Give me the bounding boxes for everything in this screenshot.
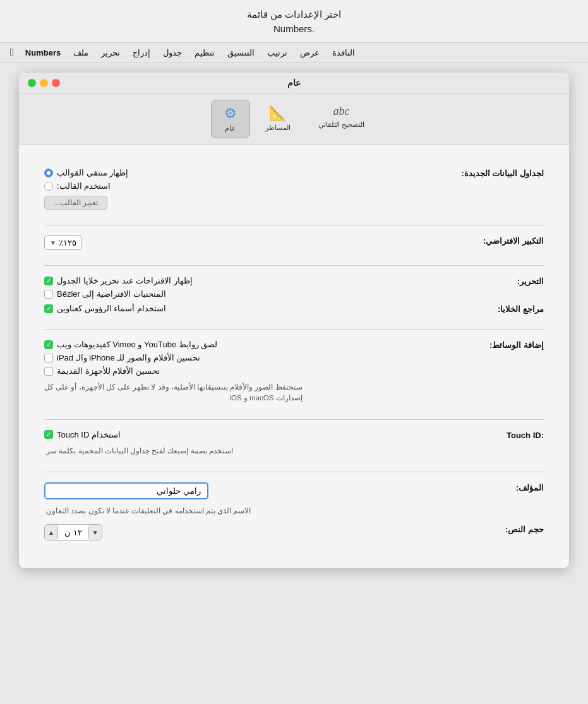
font-size-unit: ن: [64, 528, 71, 537]
author-row: المؤلف: الاسم الذي يتم استخدامه في التعل…: [44, 482, 544, 516]
font-size-controls: ▲ ١٢ ن ▼: [44, 524, 460, 540]
use-template-row: استخدم القالب:: [44, 181, 111, 191]
use-header-names-label: استخدام أسماء الرؤوس كعناوين: [57, 304, 166, 313]
cell-references-controls: استخدام أسماء الرؤوس كعناوين: [44, 304, 460, 313]
tooltip-line2: .Numbers: [13, 22, 575, 37]
menubar-view[interactable]: عرض: [294, 47, 326, 59]
new-data-tables-row: لجداول البيانات الجديدة: إظهار منتقي الق…: [44, 168, 544, 210]
default-zoom-label: التكبير الافتراضي:: [468, 236, 544, 246]
show-suggestions-row: إظهار الاقتراحات عند تحرير خلايا الجدول: [44, 276, 193, 285]
toolbar-general[interactable]: ⚙ عام: [211, 100, 250, 138]
maximize-button[interactable]: [28, 79, 36, 87]
author-helper: الاسم الذي يتم استخدامه في التعليقات عند…: [44, 506, 251, 516]
editing-row: التحرير: إظهار الاقتراحات عند تحرير خلاي…: [44, 276, 544, 299]
preferences-window: عام ⚙ عام 📐 المساطر abc التصحيح التلقائي…: [19, 73, 569, 568]
author-input[interactable]: [44, 482, 208, 499]
toolbar-rulers-label: المساطر: [265, 124, 291, 132]
menubar-window[interactable]: النافذة: [326, 47, 361, 59]
menubar-numbers[interactable]: Numbers: [19, 47, 67, 59]
menubar-arrange[interactable]: ترتيب: [261, 47, 294, 59]
section-default-zoom: التكبير الافتراضي: ▼ ٪١٢٥: [44, 225, 544, 265]
abc-icon: abc: [333, 105, 350, 118]
toolbar-autocorrect[interactable]: abc التصحيح التلقائي: [306, 100, 377, 138]
touch-id-row: :Touch ID استخدام Touch ID استخدم بصمة إ…: [44, 430, 544, 456]
optimize-old-checkbox[interactable]: [44, 367, 53, 376]
default-zoom-row: التكبير الافتراضي: ▼ ٪١٢٥: [44, 236, 544, 250]
author-controls: الاسم الذي يتم استخدامه في التعليقات عند…: [44, 482, 460, 516]
optimize-old-row: تحسين الأفلام للأجهزة القديمة: [44, 366, 160, 376]
zoom-dropdown[interactable]: ▼ ٪١٢٥: [44, 236, 82, 250]
use-header-names-row: استخدام أسماء الرؤوس كعناوين: [44, 304, 166, 313]
paste-youtube-checkbox[interactable]: [44, 340, 53, 349]
section-editing: التحرير: إظهار الاقتراحات عند تحرير خلاي…: [44, 265, 544, 329]
show-template-chooser-label: إظهار منتقي القوالب: [57, 168, 128, 177]
font-size-stepper: ▲ ١٢ ن ▼: [44, 524, 102, 540]
menubar-table[interactable]: جدول: [157, 47, 188, 59]
chevron-down-icon: ▼: [50, 239, 56, 246]
use-touch-id-label: استخدام Touch ID: [57, 430, 121, 439]
toolbar-autocorrect-label: التصحيح التلقائي: [318, 121, 364, 129]
font-size-up-button[interactable]: ▲: [45, 525, 57, 540]
tooltip-line1: اختر الإعدادات من قائمة: [13, 8, 575, 22]
use-header-names-checkbox[interactable]: [44, 304, 53, 313]
titlebar: عام: [19, 73, 569, 93]
tooltip-area: اختر الإعدادات من قائمة .Numbers: [0, 0, 588, 43]
close-button[interactable]: [52, 79, 60, 87]
menubar-format[interactable]: التنسيق: [221, 47, 261, 59]
toolbar-rulers[interactable]: 📐 المساطر: [253, 100, 303, 138]
use-template-label: استخدم القالب:: [57, 181, 111, 191]
section-author: المؤلف: الاسم الذي يتم استخدامه في التعل…: [44, 472, 544, 556]
font-size-down-button[interactable]: ▼: [89, 525, 102, 540]
use-template-radio[interactable]: [44, 182, 53, 191]
optimize-old-label: تحسين الأفلام للأجهزة القديمة: [57, 366, 160, 376]
add-media-label: إضافة الوسائط:: [468, 340, 544, 350]
toolbar-general-label: عام: [225, 124, 236, 133]
use-touch-id-row: استخدام Touch ID: [44, 430, 121, 439]
menubar:  Numbers ملف تحرير إدراج جدول تنظيم الت…: [0, 43, 588, 63]
touch-id-label: :Touch ID: [468, 430, 544, 440]
bezier-row: المنحنيات الافتراضية إلى Bézier: [44, 289, 166, 299]
default-zoom-controls: ▼ ٪١٢٥: [44, 236, 460, 250]
new-data-tables-controls: إظهار منتقي القوالب استخدم القالب: تغيير…: [44, 168, 453, 210]
cell-references-row: مراجع الخلايا: استخدام أسماء الرؤوس كعنا…: [44, 304, 544, 314]
minimize-button[interactable]: [40, 79, 48, 87]
show-suggestions-checkbox[interactable]: [44, 277, 53, 285]
font-size-row: حجم النص: ▲ ١٢ ن ▼: [44, 524, 544, 540]
author-label: المؤلف:: [468, 482, 544, 492]
editing-label: التحرير:: [468, 276, 544, 286]
touch-id-controls: استخدام Touch ID استخدم بصمة إصبعك لفتح …: [44, 430, 460, 456]
optimize-iphone-row: تحسين الأفلام والصور للـ iPhone والـ iPa…: [44, 353, 200, 362]
rulers-icon: 📐: [269, 105, 286, 121]
font-size-label: حجم النص:: [468, 524, 544, 534]
paste-youtube-row: لصق روابط YouTube و Vimeo كفيديوهات ويب: [44, 340, 217, 349]
menubar-insert[interactable]: إدراج: [126, 47, 157, 59]
add-media-helper: ستحتفظ الصور والأفلام بتنسيقاتها الأصلية…: [44, 382, 303, 404]
optimize-iphone-checkbox[interactable]: [44, 354, 53, 362]
window-controls: [28, 79, 60, 87]
zoom-value: ٪١٢٥: [59, 238, 76, 248]
font-size-value: ١٢ ن: [57, 527, 89, 539]
menubar-organize[interactable]: تنظيم: [188, 47, 221, 59]
touch-id-helper: استخدم بصمة إصبعك لفتح جداول البيانات ال…: [44, 446, 233, 456]
show-template-chooser-radio[interactable]: [44, 169, 53, 177]
preferences-content: لجداول البيانات الجديدة: إظهار منتقي الق…: [19, 145, 569, 568]
add-media-row: إضافة الوسائط: لصق روابط YouTube و Vimeo…: [44, 340, 544, 404]
show-template-chooser-row: إظهار منتقي القوالب: [44, 168, 128, 177]
section-touch-id: :Touch ID استخدام Touch ID استخدم بصمة إ…: [44, 419, 544, 472]
show-suggestions-label: إظهار الاقتراحات عند تحرير خلايا الجدول: [57, 276, 193, 285]
add-media-controls: لصق روابط YouTube و Vimeo كفيديوهات ويب …: [44, 340, 460, 404]
window-title: عام: [287, 78, 301, 88]
apple-menu[interactable]: : [5, 45, 19, 59]
menubar-file[interactable]: ملف: [67, 47, 95, 59]
toolbar: ⚙ عام 📐 المساطر abc التصحيح التلقائي: [19, 93, 569, 145]
change-template-button[interactable]: تغيير القالب...: [44, 196, 107, 210]
bezier-label: المنحنيات الافتراضية إلى Bézier: [57, 289, 166, 299]
menubar-edit[interactable]: تحرير: [95, 47, 126, 59]
section-new-data-tables: لجداول البيانات الجديدة: إظهار منتقي الق…: [44, 158, 544, 225]
new-data-tables-label: لجداول البيانات الجديدة:: [461, 168, 544, 178]
editing-controls: إظهار الاقتراحات عند تحرير خلايا الجدول …: [44, 276, 460, 299]
bezier-checkbox[interactable]: [44, 290, 53, 299]
optimize-iphone-label: تحسين الأفلام والصور للـ iPhone والـ iPa…: [57, 353, 200, 362]
font-size-number: ١٢: [73, 528, 82, 537]
use-touch-id-checkbox[interactable]: [44, 430, 53, 439]
